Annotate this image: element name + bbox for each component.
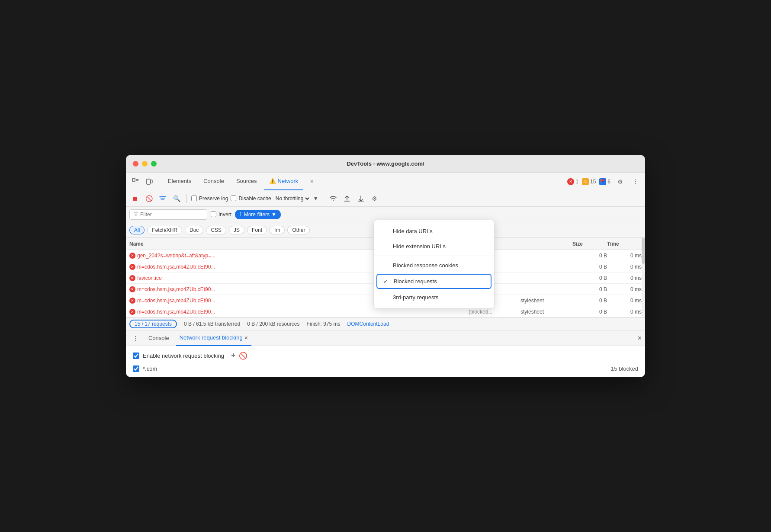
add-rule-button[interactable]: + (231, 351, 236, 360)
error-badge-icon: ✕ (567, 178, 574, 185)
close-button[interactable] (133, 161, 138, 167)
filter-input[interactable] (140, 212, 201, 218)
more-options-icon[interactable]: ⋮ (129, 332, 141, 344)
info-badge-icon: 🚩 (599, 178, 606, 185)
wifi-icon[interactable] (328, 193, 339, 204)
disable-cache-label[interactable]: Disable cache (231, 195, 271, 202)
more-options-icon[interactable]: ⋮ (630, 176, 642, 188)
clear-rules-button[interactable]: 🚫 (239, 352, 247, 360)
row-error-icon: ✕ (129, 298, 135, 304)
search-icon[interactable]: 🔍 (171, 193, 182, 204)
row-error-icon: ✕ (129, 253, 135, 259)
blocked-requests-item[interactable]: ✓ Blocked requests (376, 274, 492, 289)
th-time: Time (607, 241, 642, 247)
toolbar-separator-1 (159, 177, 159, 186)
warning-icon: ⚠️ (269, 178, 276, 184)
settings2-icon[interactable]: ⚙ (369, 193, 380, 204)
window-title: DevTools - www.google.com/ (347, 160, 424, 167)
close-tab-button[interactable]: × (244, 334, 248, 341)
error-badge[interactable]: ✕ 1 (567, 178, 578, 185)
badge-group: ✕ 1 ⚠ 15 🚩 6 ⚙ ⋮ (567, 176, 642, 188)
type-btn-doc[interactable]: Doc (185, 226, 203, 234)
hide-extension-urls-item[interactable]: Hide extension URLs (374, 239, 494, 254)
enable-blocking-label: Enable network request blocking (143, 353, 224, 359)
request-count: 15 / 17 requests (129, 320, 177, 328)
row-error-icon: ✕ (129, 264, 135, 270)
warning-badge-icon: ⚠ (582, 178, 589, 185)
stop-recording-button[interactable]: ⏹ (129, 193, 141, 204)
tab-sources[interactable]: Sources (231, 173, 262, 190)
hide-data-urls-item[interactable]: Hide data URLs (374, 224, 494, 239)
blocked-cookies-check (382, 262, 389, 269)
preserve-log-checkbox[interactable] (191, 195, 197, 201)
bottom-panel: ⋮ Console Network request blocking × × E… (126, 330, 645, 377)
more-filters-button[interactable]: 1 More filters ▼ (235, 210, 281, 219)
info-badge[interactable]: 🚩 6 (599, 178, 610, 185)
toolbar-sep-2 (186, 194, 187, 203)
enable-blocking-checkbox[interactable] (133, 353, 139, 359)
svg-rect-3 (147, 179, 150, 184)
type-btn-all[interactable]: All (129, 226, 145, 234)
svg-rect-0 (132, 179, 135, 181)
device-icon[interactable] (143, 176, 155, 188)
type-btn-font[interactable]: Font (247, 226, 267, 234)
toolbar-sep-3 (323, 194, 323, 203)
svg-point-5 (333, 200, 334, 201)
disable-cache-checkbox[interactable] (231, 195, 236, 201)
tab-network[interactable]: ⚠️ Network (264, 173, 304, 190)
type-btn-img[interactable]: Im (270, 226, 285, 234)
title-bar: DevTools - www.google.com/ (126, 155, 645, 173)
more-filters-dropdown: Hide data URLs Hide extension URLs Block… (373, 220, 495, 309)
network-toolbar: ⏹ 🚫 🔍 Preserve log Disable cache No thro… (126, 190, 645, 207)
clear-button[interactable]: 🚫 (143, 193, 154, 204)
bottom-toolbar: ⋮ Console Network request blocking × × (126, 330, 645, 346)
blocked-response-cookies-item[interactable]: Blocked response cookies (374, 258, 494, 273)
invert-checkbox[interactable] (211, 212, 216, 217)
type-btn-other[interactable]: Other (287, 226, 310, 234)
tab-network-blocking[interactable]: Network request blocking × (176, 330, 251, 346)
row-error-icon: ✕ (129, 309, 135, 315)
tab-console-bottom[interactable]: Console (145, 335, 173, 341)
enable-blocking-row: Enable network request blocking + 🚫 (133, 351, 638, 360)
close-panel-button[interactable]: × (638, 334, 642, 342)
filter-funnel-icon (133, 212, 138, 217)
hide-data-urls-check (382, 228, 389, 234)
type-btn-xhr[interactable]: Fetch/XHR (147, 226, 182, 234)
tab-elements[interactable]: Elements (163, 173, 196, 190)
filter-icon[interactable] (157, 193, 168, 204)
row-error-icon: ✕ (129, 286, 135, 292)
th-size: Size (572, 241, 607, 247)
third-party-requests-item[interactable]: 3rd-party requests (374, 290, 494, 305)
scrollbar-track[interactable] (642, 238, 645, 317)
status-bar: 15 / 17 requests 0 B / 61.5 kB transferr… (126, 317, 645, 330)
tab-more[interactable]: » (305, 173, 318, 190)
type-btn-js[interactable]: JS (229, 226, 244, 234)
type-btn-css[interactable]: CSS (206, 226, 226, 234)
devtools-window: DevTools - www.google.com/ Elements Cons… (126, 155, 645, 377)
tab-console[interactable]: Console (198, 173, 229, 190)
download-icon[interactable] (355, 193, 366, 204)
blocking-rule-row: *.com 15 blocked (133, 365, 638, 372)
blocked-count: 15 blocked (611, 365, 638, 372)
upload-icon[interactable] (341, 193, 353, 204)
scrollbar-thumb[interactable] (642, 238, 645, 264)
warning-badge[interactable]: ⚠ 15 (582, 178, 596, 185)
filter-bar: Invert 1 More filters ▼ Hide data URLs H… (126, 207, 645, 222)
preserve-log-label[interactable]: Preserve log (191, 195, 228, 202)
filter-input-wrapper (129, 209, 207, 220)
svg-rect-4 (151, 180, 152, 183)
resource-size: 0 B / 200 kB resources (247, 321, 299, 327)
throttle-arrow: ▼ (313, 195, 318, 202)
inspector-icon[interactable] (129, 176, 141, 188)
maximize-button[interactable] (151, 161, 157, 167)
throttle-select[interactable]: No throttling (274, 195, 311, 202)
devtools-tab-bar: Elements Console Sources ⚠️ Network » ✕ … (126, 173, 645, 190)
dropdown-separator (374, 256, 494, 256)
row-error-icon: ✕ (129, 275, 135, 281)
rule-pattern: *.com (143, 365, 157, 372)
minimize-button[interactable] (142, 161, 148, 167)
rule-checkbox[interactable] (133, 365, 139, 372)
settings-icon[interactable]: ⚙ (614, 176, 626, 188)
hide-ext-urls-check (382, 243, 389, 250)
invert-label[interactable]: Invert (211, 212, 231, 218)
